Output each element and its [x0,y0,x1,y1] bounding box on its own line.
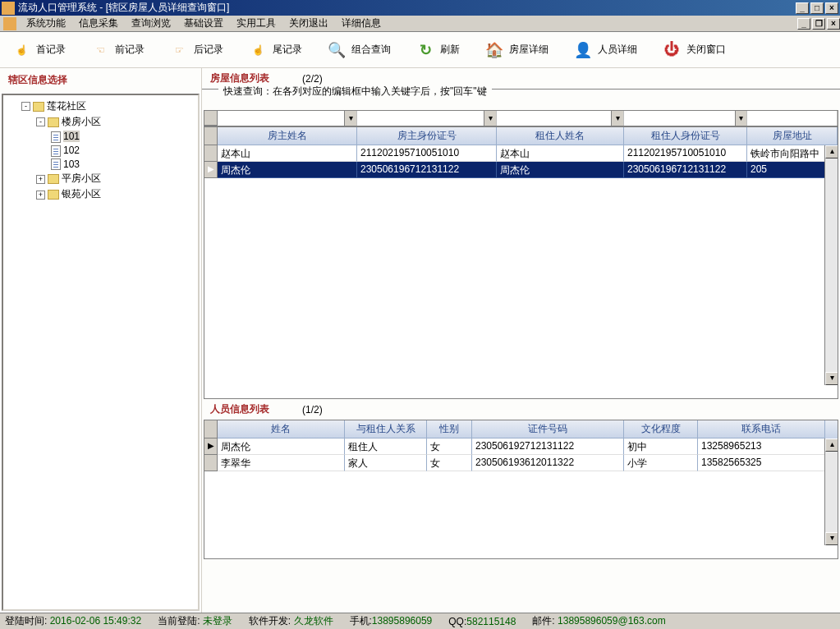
menu-query[interactable]: 查询浏览 [125,15,177,32]
horizontal-scrollbar[interactable]: ◂▸ [204,398,838,399]
close-button[interactable]: × [825,2,838,14]
app-icon [2,2,15,15]
filter-tenant-id-input[interactable] [624,111,735,126]
col-name[interactable]: 姓名 [218,420,345,438]
scroll-up-button[interactable]: ▴ [825,438,838,452]
scroll-down-button[interactable]: ▾ [825,532,838,545]
status-bar: 登陆时间: 2016-02-06 15:49:32 当前登陆: 未登录 软件开发… [0,613,840,629]
status-phone: 手机:13895896059 [350,614,433,628]
menu-collect[interactable]: 信息采集 [72,15,125,32]
col-rel[interactable]: 与租住人关系 [345,420,427,438]
page-icon [51,131,61,143]
dropdown-icon[interactable]: ▾ [611,111,623,126]
col-tenant-id[interactable]: 租住人身份证号 [624,127,747,145]
house-detail-button[interactable]: 🏠房屋详细 [480,39,553,62]
first-record-button[interactable]: ☝首记录 [7,39,71,62]
house-list-title: 房屋信息列表 [210,71,269,85]
col-addr[interactable]: 房屋地址 [747,127,838,145]
filter-owner-id-input[interactable] [357,111,484,126]
col-tel[interactable]: 联系电话 [698,420,825,438]
tree-node-pingfang[interactable]: +平房小区 [7,171,195,186]
table-row[interactable]: ▶ 周杰伦 租住人 女 230506192712131122 初中 132589… [204,438,838,455]
folder-icon [33,102,44,112]
scroll-down-button[interactable]: ▾ [825,372,838,385]
filter-row: ▾ ▾ ▾ ▾ [204,110,838,126]
close-window-button[interactable]: ⏻关闭窗口 [657,39,731,62]
table-row[interactable]: 李翠华 家人 女 230506193612011322 小学 135825653… [204,455,838,471]
expander-icon[interactable]: + [36,191,45,200]
col-sex[interactable]: 性别 [427,420,472,438]
maximize-button[interactable]: □ [810,2,824,14]
page-icon [51,158,61,170]
vertical-scrollbar[interactable]: ▴▾ [824,145,838,385]
menu-detail[interactable]: 详细信息 [335,15,388,32]
folder-icon [48,190,59,200]
table-row[interactable]: ▶ 周杰伦 230506196712131122 周杰伦 23050619671… [204,162,838,178]
dropdown-icon[interactable]: ▾ [484,111,496,126]
col-edu[interactable]: 文化程度 [624,420,698,438]
sidebar: 辖区信息选择 -莲花社区 -楼房小区 101 102 103 +平房小区 +银苑… [0,68,202,613]
menu-tools[interactable]: 实用工具 [230,15,282,32]
mdi-restore-button[interactable]: ❐ [812,18,825,30]
next-record-button[interactable]: ☞后记录 [164,39,228,62]
quick-search-hint: 快速查询：在各列对应的编辑框中输入关键字后，按"回车"键 [202,89,840,110]
filter-tenant-id[interactable]: ▾ [624,111,747,126]
scroll-track[interactable] [825,158,838,372]
refresh-icon: ↻ [415,40,435,60]
horizontal-scrollbar[interactable]: ◂▸ [204,558,838,559]
scroll-up-button[interactable]: ▴ [825,145,838,158]
filter-tenant[interactable]: ▾ [497,111,624,126]
mdi-close-button[interactable]: × [827,18,840,30]
row-indicator [204,127,218,145]
tree-node-102[interactable]: 102 [7,144,195,158]
tree-node-loufang[interactable]: -楼房小区 [7,114,195,130]
content-area: 辖区信息选择 -莲花社区 -楼房小区 101 102 103 +平房小区 +银苑… [0,68,840,613]
expander-icon[interactable]: - [36,117,45,126]
filter-addr[interactable] [747,111,838,126]
filter-owner-input[interactable] [218,111,344,126]
menu-icon [3,17,16,30]
house-icon: 🏠 [484,40,504,60]
row-indicator [204,145,218,162]
tree-node-yinyuan[interactable]: +银苑小区 [7,186,195,202]
filter-tenant-input[interactable] [497,111,611,126]
refresh-button[interactable]: ↻刷新 [411,39,465,62]
hand-left-icon: ☝ [11,40,31,60]
person-detail-button[interactable]: 👤人员详细 [568,39,642,62]
mdi-minimize-button[interactable]: _ [797,18,810,30]
house-grid-body: 赵本山 211202195710051010 赵本山 2112021957100… [204,145,838,398]
menu-exit[interactable]: 关闭退出 [282,15,335,32]
tree-node-101[interactable]: 101 [7,130,195,144]
col-owner[interactable]: 房主姓名 [218,127,357,145]
last-record-button[interactable]: ☝尾记录 [243,39,307,62]
dropdown-icon[interactable]: ▾ [344,111,356,126]
vertical-scrollbar[interactable]: ▴▾ [824,438,838,545]
title-bar: 流动人口管理系统 - [辖区房屋人员详细查询窗口] _ □ × [0,0,840,16]
folder-icon [48,174,59,184]
main-area: 房屋信息列表 (2/2) 快速查询：在各列对应的编辑框中输入关键字后，按"回车"… [202,68,840,613]
scroll-track[interactable] [825,452,838,532]
col-id[interactable]: 证件号码 [472,420,624,438]
filter-addr-input[interactable] [747,111,837,126]
row-indicator [204,420,218,438]
house-grid[interactable]: 房主姓名 房主身份证号 租住人姓名 租住人身份证号 房屋地址 赵本山 21120… [204,126,838,399]
minimize-button[interactable]: _ [796,2,809,14]
col-owner-id[interactable]: 房主身份证号 [357,127,497,145]
table-row[interactable]: 赵本山 211202195710051010 赵本山 2112021957100… [204,145,838,162]
menu-settings[interactable]: 基础设置 [177,15,230,32]
expander-icon[interactable]: - [21,102,30,111]
filter-owner-id[interactable]: ▾ [357,111,497,126]
prev-record-button[interactable]: ☜前记录 [85,39,149,62]
tree-root[interactable]: -莲花社区 [7,99,195,114]
tree-node-103[interactable]: 103 [7,158,195,172]
person-grid[interactable]: 姓名 与租住人关系 性别 证件号码 文化程度 联系电话 ▶ 周杰伦 租住人 女 … [204,420,838,559]
expander-icon[interactable]: + [36,175,45,184]
col-tenant[interactable]: 租住人姓名 [497,127,624,145]
folder-icon [48,117,59,127]
menu-system[interactable]: 系统功能 [20,15,72,32]
dropdown-icon[interactable]: ▾ [735,111,747,126]
filter-owner[interactable]: ▾ [218,111,357,126]
status-developer: 软件开发: 久龙软件 [249,614,333,628]
tree-view[interactable]: -莲花社区 -楼房小区 101 102 103 +平房小区 +银苑小区 [2,94,200,611]
combo-query-button[interactable]: 🔍组合查询 [322,39,396,62]
